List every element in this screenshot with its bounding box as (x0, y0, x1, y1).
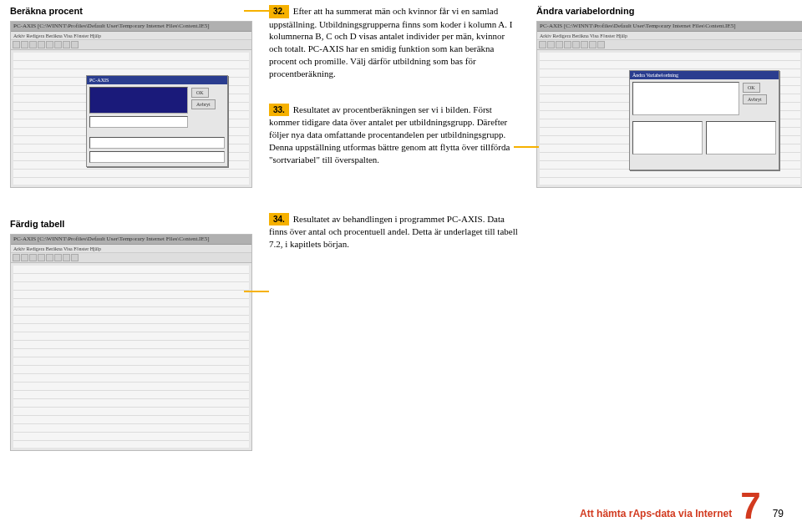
heading-left-top: Beräkna procent (10, 5, 252, 18)
window-toolbar (537, 40, 802, 50)
footer-page-number: 79 (773, 507, 784, 520)
toolbar-icon (556, 41, 563, 48)
spreadsheet-area (11, 263, 251, 450)
step-32-paragraph: 32. Efter att ha summerat män och kvinno… (269, 5, 520, 80)
toolbar-icon (539, 41, 546, 48)
step-33-paragraph: 33. Resultatet av procentberäkningen ser… (269, 104, 520, 166)
dialog-ok-button[interactable]: OK (191, 88, 209, 98)
dialog-field[interactable] (89, 151, 225, 163)
screenshot-step33: PC-AXIS [C:\WINNT\Profiles\Default User\… (536, 21, 802, 188)
left-column: Beräkna procent PC-AXIS [C:\WINNT\Profil… (10, 5, 252, 459)
screenshot-step34: PC-AXIS [C:\WINNT\Profiles\Default User\… (10, 234, 252, 451)
heading-left-bottom: Färdig tabell (10, 218, 252, 231)
step-number-33: 33. (269, 104, 289, 117)
toolbar-icon (46, 254, 53, 261)
page-footer: Att hämta rAps-data via Internet 7 79 (580, 491, 784, 520)
toolbar-icon (13, 254, 20, 261)
window-menubar: Arkiv Redigera Beräkna Visa Fönster Hjäl… (11, 32, 251, 40)
toolbar-icon (38, 41, 45, 48)
dialog-field[interactable] (89, 137, 225, 149)
toolbar-icon (29, 254, 37, 261)
toolbar-icon (63, 41, 70, 48)
window-titlebar: PC-AXIS [C:\WINNT\Profiles\Default User\… (537, 22, 802, 32)
footer-title: Att hämta rAps-data via Internet (580, 507, 732, 520)
toolbar-icon (71, 41, 79, 48)
toolbar-icon (21, 254, 28, 261)
toolbar-icon (597, 41, 605, 48)
center-column: 32. Efter att ha summerat män och kvinno… (269, 5, 520, 459)
window-toolbar (11, 253, 251, 263)
heading-right-top: Ändra variabelordning (536, 5, 802, 18)
toolbar-icon (46, 41, 53, 48)
step-33-text: Resultatet av procentberäkningen ser vi … (269, 104, 510, 165)
toolbar-icon (21, 41, 28, 48)
dialog-cancel-button[interactable]: Avbryt (743, 94, 767, 104)
toolbar-icon (13, 41, 20, 48)
spreadsheet-area: Ändra Variabelordning OK Avbryt (537, 50, 802, 187)
toolbar-icon (38, 254, 45, 261)
footer-chapter-number: 7 (740, 491, 760, 520)
window-menubar: Arkiv Redigera Beräkna Visa Fönster Hjäl… (537, 32, 802, 40)
window-menubar: Arkiv Redigera Beräkna Visa Fönster Hjäl… (11, 245, 251, 253)
window-titlebar: PC-AXIS [C:\WINNT\Profiles\Default User\… (11, 235, 251, 245)
toolbar-icon (71, 254, 79, 261)
dialog-listbox[interactable] (632, 121, 703, 155)
dialog-title: Ändra Variabelordning (630, 71, 779, 79)
toolbar-icon (547, 41, 555, 48)
spreadsheet-area: PC-AXIS OK Avbryt (11, 50, 251, 187)
screenshot-step32: PC-AXIS [C:\WINNT\Profiles\Default User\… (10, 21, 252, 188)
step-number-34: 34. (269, 213, 289, 226)
dialog-cancel-button[interactable]: Avbryt (191, 99, 216, 109)
toolbar-icon (581, 41, 588, 48)
step-34-text: Resultatet av behandlingen i programmet … (269, 214, 518, 249)
toolbar-icon (564, 41, 571, 48)
toolbar-icon (54, 41, 62, 48)
toolbar-icon (29, 41, 37, 48)
step-32-text: Efter att ha summerat män och kvinnor få… (269, 6, 512, 79)
toolbar-icon (54, 254, 62, 261)
window-toolbar (11, 40, 251, 50)
right-column: Ändra variabelordning PC-AXIS [C:\WINNT\… (536, 5, 802, 459)
dialog-ok-button[interactable]: OK (743, 83, 760, 93)
toolbar-icon (572, 41, 580, 48)
toolbar-icon (589, 41, 596, 48)
variable-order-dialog: Ändra Variabelordning OK Avbryt (629, 70, 779, 170)
step-number-32: 32. (269, 5, 289, 18)
percent-dialog: PC-AXIS OK Avbryt (86, 75, 228, 167)
toolbar-icon (63, 254, 70, 261)
dialog-listbox[interactable] (632, 82, 739, 115)
dialog-input[interactable] (89, 116, 188, 128)
dialog-listbox[interactable] (706, 121, 776, 155)
window-titlebar: PC-AXIS [C:\WINNT\Profiles\Default User\… (11, 22, 251, 32)
step-34-paragraph: 34. Resultatet av behandlingen i program… (269, 213, 520, 251)
dialog-title: PC-AXIS (87, 76, 227, 84)
dialog-listbox[interactable] (89, 87, 188, 114)
